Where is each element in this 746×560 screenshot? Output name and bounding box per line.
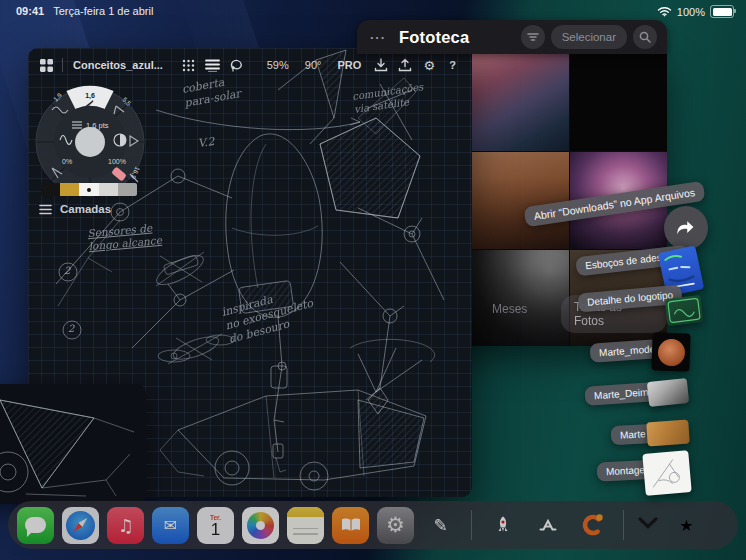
select-lasso-icon[interactable]: [225, 54, 249, 76]
dock-app-safari[interactable]: [62, 507, 99, 544]
appstore-a-icon: [536, 513, 560, 537]
selected-tool-size: 1,6: [85, 92, 95, 100]
tab-months[interactable]: Meses: [492, 302, 527, 316]
dock-divider: [471, 510, 472, 540]
dot-grid-icon[interactable]: [177, 54, 201, 76]
layers-label: Camadas: [60, 203, 111, 215]
drag-thumb-mars-model[interactable]: [651, 332, 690, 371]
settings-gear-icon[interactable]: ⚙: [417, 54, 441, 76]
palette-swatch-white-selected[interactable]: [79, 183, 98, 196]
concepts-toolbar: Conceitos_azul... 59% 90° PRO ⚙ ?: [28, 52, 472, 78]
concepts-c-icon: [580, 512, 606, 538]
photos-window-header[interactable]: ··· Fototeca Selecionar: [357, 20, 667, 54]
battery-percent: 100%: [677, 6, 705, 18]
dock-app-messages[interactable]: [17, 507, 54, 544]
dock-app-appstore[interactable]: [529, 507, 566, 544]
layers-list-icon[interactable]: [201, 54, 225, 76]
dock-app-sketch[interactable]: ✎: [422, 507, 459, 544]
status-bar: 09:41 Terça-feira 1 de abril 100%: [0, 0, 746, 22]
date-label: Terça-feira 1 de abril: [53, 5, 153, 17]
filter-button[interactable]: [521, 25, 545, 49]
palette-swatch-gray[interactable]: [118, 183, 137, 196]
drag-thumb-logo-detail[interactable]: [664, 295, 703, 326]
layers-button[interactable]: Camadas: [39, 203, 111, 215]
annotation-number-badge: 2: [64, 265, 70, 276]
photos-title: Fototeca: [399, 28, 469, 47]
rocket-icon: [493, 515, 513, 535]
open-book-icon: [340, 517, 362, 533]
library-mini-icon: ★: [679, 517, 693, 534]
pencil-icon: ✎: [433, 515, 447, 535]
share-forward-button[interactable]: [664, 206, 708, 250]
forward-arrow-icon: [673, 215, 699, 241]
dock-app-settings[interactable]: ⚙: [377, 507, 414, 544]
pro-badge[interactable]: PRO: [337, 59, 361, 71]
opacity-label: 100%: [108, 158, 126, 165]
toolbar-divider: [62, 58, 63, 72]
import-icon[interactable]: [369, 54, 393, 76]
dismiss-chevron-button[interactable]: [636, 515, 660, 535]
notes-lines-icon: [293, 524, 318, 538]
pressure-min-label: 0%: [62, 158, 72, 165]
filter-lines-icon: [527, 32, 539, 42]
help-button[interactable]: ?: [449, 59, 456, 71]
dock-app-books[interactable]: [332, 507, 369, 544]
dock-divider: [623, 510, 624, 540]
search-button[interactable]: [633, 25, 657, 49]
palette-swatch-gold[interactable]: [60, 183, 79, 196]
message-bubble-icon: [25, 517, 46, 533]
search-icon: [639, 31, 651, 43]
gear-icon: ⚙: [386, 513, 405, 537]
dock-app-music[interactable]: ♫: [107, 507, 144, 544]
app-library-grid-icon: ★: [679, 516, 693, 535]
color-palette: [41, 183, 137, 196]
workspace-grid-icon[interactable]: [34, 54, 58, 76]
clock: 09:41: [16, 5, 44, 17]
music-note-icon: ♫: [117, 515, 133, 536]
wifi-icon: [657, 6, 672, 17]
palette-swatch-black[interactable]: [41, 183, 60, 196]
dock-app-mail[interactable]: ✉: [152, 507, 189, 544]
select-button[interactable]: Selecionar: [551, 25, 627, 49]
compass-icon: [66, 511, 95, 540]
envelope-icon: ✉: [164, 516, 177, 535]
notes-header-strip: [287, 507, 324, 517]
ipad-screen: { "status_bar": { "time": "09:41", "date…: [0, 0, 746, 560]
mars-model-planet: [657, 338, 685, 366]
dock-app-calendar[interactable]: Ter. 1: [197, 507, 234, 544]
rotation-angle[interactable]: 90°: [305, 59, 322, 71]
dock-app-concepts[interactable]: [574, 507, 611, 544]
export-share-icon[interactable]: [393, 54, 417, 76]
palette-swatch-lightgray[interactable]: [99, 183, 118, 196]
chevron-down-icon: [636, 515, 660, 531]
dock-app-library[interactable]: ★: [668, 507, 705, 544]
dock: ♫ ✉ Ter. 1 ⚙ ✎ ★: [8, 501, 738, 549]
document-title[interactable]: Conceitos_azul...: [73, 59, 163, 71]
background-sketch-card[interactable]: [0, 384, 146, 504]
selected-color-dot: [87, 188, 91, 192]
calendar-day: 1: [211, 521, 220, 539]
card-sketch: [0, 384, 146, 504]
battery-icon: [710, 5, 734, 18]
annotation-version: V.2: [197, 135, 215, 151]
drag-thumb-mars-deimos[interactable]: [647, 378, 689, 407]
dock-app-notes[interactable]: [287, 507, 324, 544]
drag-thumb-marte[interactable]: [646, 420, 690, 447]
photos-flower-icon: [247, 512, 274, 539]
drag-thumb-montagem[interactable]: [642, 450, 691, 496]
layers-menu-icon: [39, 204, 52, 215]
zoom-level[interactable]: 59%: [267, 59, 289, 71]
annotation-number-badge: 2: [68, 323, 74, 334]
window-more-button[interactable]: ···: [370, 30, 386, 45]
tool-wheel-center-knob[interactable]: [75, 127, 105, 157]
dock-app-photos[interactable]: [242, 507, 279, 544]
dock-app-rocket[interactable]: [484, 507, 521, 544]
